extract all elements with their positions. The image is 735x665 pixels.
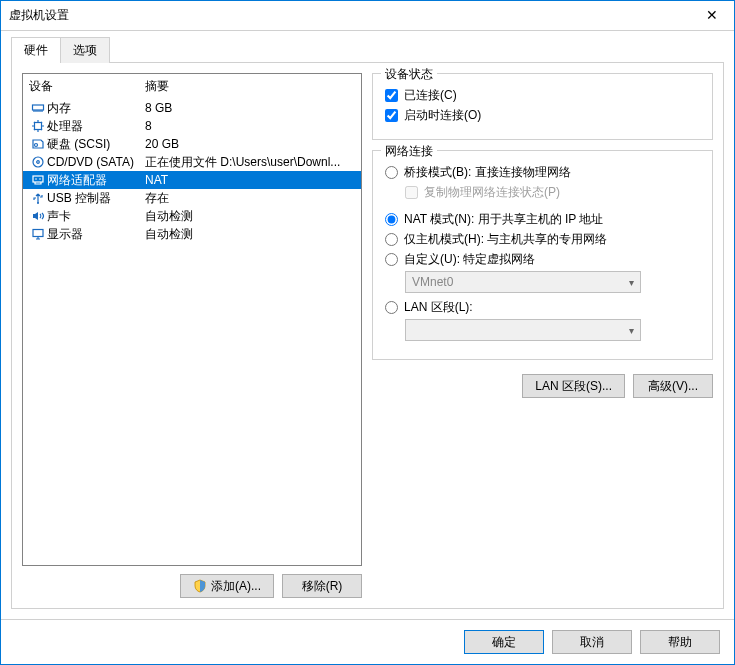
nat-radio[interactable] bbox=[385, 213, 398, 226]
device-row[interactable]: 显示器 自动检测 bbox=[23, 225, 361, 243]
custom-label: 自定义(U): 特定虚拟网络 bbox=[404, 251, 535, 268]
poweron-checkbox[interactable] bbox=[385, 109, 398, 122]
custom-select-value: VMnet0 bbox=[412, 275, 453, 289]
replicate-checkbox bbox=[405, 186, 418, 199]
device-summary: 自动检测 bbox=[145, 208, 355, 225]
cancel-button[interactable]: 取消 bbox=[552, 630, 632, 654]
network-fieldset: 网络连接 桥接模式(B): 直接连接物理网络 复制物理网络连接状态(P) NAT… bbox=[372, 150, 713, 360]
titlebar: 虚拟机设置 ✕ bbox=[1, 1, 734, 31]
device-row[interactable]: 声卡 自动检测 bbox=[23, 207, 361, 225]
svg-point-7 bbox=[39, 178, 41, 180]
device-name: 显示器 bbox=[47, 226, 145, 243]
device-summary: 8 bbox=[145, 119, 355, 133]
sound-icon bbox=[29, 209, 47, 223]
custom-select: VMnet0 ▾ bbox=[405, 271, 641, 293]
device-row[interactable]: 硬盘 (SCSI) 20 GB bbox=[23, 135, 361, 153]
device-row[interactable]: USB 控制器 存在 bbox=[23, 189, 361, 207]
usb-icon bbox=[29, 191, 47, 205]
device-name: 处理器 bbox=[47, 118, 145, 135]
advanced-button[interactable]: 高级(V)... bbox=[633, 374, 713, 398]
connected-label: 已连接(C) bbox=[404, 87, 457, 104]
device-summary: 存在 bbox=[145, 190, 355, 207]
lanseg-select: ▾ bbox=[405, 319, 641, 341]
nat-label: NAT 模式(N): 用于共享主机的 IP 地址 bbox=[404, 211, 603, 228]
col-summary: 摘要 bbox=[145, 78, 355, 95]
bridged-label: 桥接模式(B): 直接连接物理网络 bbox=[404, 164, 571, 181]
device-summary: 20 GB bbox=[145, 137, 355, 151]
svg-rect-5 bbox=[33, 176, 43, 182]
poweron-checkbox-row[interactable]: 启动时连接(O) bbox=[385, 107, 700, 124]
device-status-fieldset: 设备状态 已连接(C) 启动时连接(O) bbox=[372, 73, 713, 140]
custom-radio-row[interactable]: 自定义(U): 特定虚拟网络 bbox=[385, 251, 700, 268]
ok-button[interactable]: 确定 bbox=[464, 630, 544, 654]
device-summary: 正在使用文件 D:\Users\user\Downl... bbox=[145, 154, 355, 171]
svg-rect-0 bbox=[33, 105, 44, 110]
tab-hardware[interactable]: 硬件 bbox=[11, 37, 61, 63]
bridged-radio-row[interactable]: 桥接模式(B): 直接连接物理网络 bbox=[385, 164, 700, 181]
add-button[interactable]: 添加(A)... bbox=[180, 574, 274, 598]
tabs: 硬件 选项 bbox=[11, 37, 724, 63]
svg-rect-9 bbox=[33, 230, 43, 237]
hostonly-radio[interactable] bbox=[385, 233, 398, 246]
window-title: 虚拟机设置 bbox=[9, 7, 689, 24]
col-device: 设备 bbox=[29, 78, 145, 95]
chevron-down-icon: ▾ bbox=[629, 277, 634, 288]
device-summary: NAT bbox=[145, 173, 355, 187]
device-name: USB 控制器 bbox=[47, 190, 145, 207]
remove-button[interactable]: 移除(R) bbox=[282, 574, 362, 598]
disk-icon bbox=[29, 137, 47, 151]
tab-options[interactable]: 选项 bbox=[60, 37, 110, 63]
device-name: 内存 bbox=[47, 100, 145, 117]
replicate-label: 复制物理网络连接状态(P) bbox=[424, 184, 560, 201]
svg-rect-1 bbox=[35, 123, 42, 130]
cd-icon bbox=[29, 155, 47, 169]
svg-point-8 bbox=[37, 202, 39, 204]
footer: 确定 取消 帮助 bbox=[1, 619, 734, 664]
shield-icon bbox=[193, 579, 207, 593]
device-name: 硬盘 (SCSI) bbox=[47, 136, 145, 153]
custom-radio[interactable] bbox=[385, 253, 398, 266]
lanseg-label: LAN 区段(L): bbox=[404, 299, 473, 316]
chevron-down-icon: ▾ bbox=[629, 325, 634, 336]
svg-point-2 bbox=[35, 144, 38, 147]
hostonly-label: 仅主机模式(H): 与主机共享的专用网络 bbox=[404, 231, 607, 248]
connected-checkbox[interactable] bbox=[385, 89, 398, 102]
device-name: 声卡 bbox=[47, 208, 145, 225]
poweron-label: 启动时连接(O) bbox=[404, 107, 481, 124]
device-row[interactable]: 网络适配器 NAT bbox=[23, 171, 361, 189]
device-list-header: 设备 摘要 bbox=[23, 74, 361, 99]
content: 硬件 选项 设备 摘要 内存 8 GB 处理器 8 硬盘 (SCSI) 20 G… bbox=[1, 31, 734, 619]
lanseg-radio[interactable] bbox=[385, 301, 398, 314]
bridged-radio[interactable] bbox=[385, 166, 398, 179]
network-legend: 网络连接 bbox=[381, 143, 437, 160]
device-summary: 自动检测 bbox=[145, 226, 355, 243]
device-name: 网络适配器 bbox=[47, 172, 145, 189]
device-summary: 8 GB bbox=[145, 101, 355, 115]
device-name: CD/DVD (SATA) bbox=[47, 155, 145, 169]
lanseg-button[interactable]: LAN 区段(S)... bbox=[522, 374, 625, 398]
device-list: 设备 摘要 内存 8 GB 处理器 8 硬盘 (SCSI) 20 GB CD/D… bbox=[22, 73, 362, 566]
help-button[interactable]: 帮助 bbox=[640, 630, 720, 654]
memory-icon bbox=[29, 101, 47, 115]
net-icon bbox=[29, 173, 47, 187]
display-icon bbox=[29, 227, 47, 241]
close-button[interactable]: ✕ bbox=[689, 1, 734, 31]
device-row[interactable]: 内存 8 GB bbox=[23, 99, 361, 117]
tab-panel-hardware: 设备 摘要 内存 8 GB 处理器 8 硬盘 (SCSI) 20 GB CD/D… bbox=[11, 62, 724, 609]
cpu-icon bbox=[29, 119, 47, 133]
svg-point-3 bbox=[33, 157, 43, 167]
hostonly-radio-row[interactable]: 仅主机模式(H): 与主机共享的专用网络 bbox=[385, 231, 700, 248]
connected-checkbox-row[interactable]: 已连接(C) bbox=[385, 87, 700, 104]
lanseg-radio-row[interactable]: LAN 区段(L): bbox=[385, 299, 700, 316]
device-row[interactable]: 处理器 8 bbox=[23, 117, 361, 135]
device-status-legend: 设备状态 bbox=[381, 66, 437, 83]
replicate-checkbox-row: 复制物理网络连接状态(P) bbox=[405, 184, 700, 201]
nat-radio-row[interactable]: NAT 模式(N): 用于共享主机的 IP 地址 bbox=[385, 211, 700, 228]
device-row[interactable]: CD/DVD (SATA) 正在使用文件 D:\Users\user\Downl… bbox=[23, 153, 361, 171]
svg-point-4 bbox=[37, 161, 40, 164]
add-button-label: 添加(A)... bbox=[211, 578, 261, 595]
svg-point-6 bbox=[35, 178, 37, 180]
